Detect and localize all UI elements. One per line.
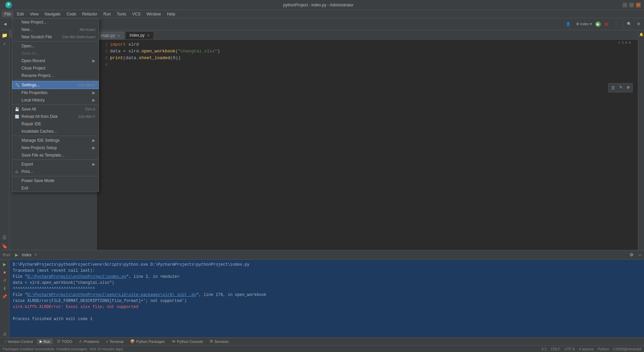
status-indent[interactable]: 4 spaces [579, 347, 594, 351]
submenu-arrow-icon: ▶ [92, 162, 95, 167]
menu-item-new-scratch[interactable]: New Scratch FileCtrl+Alt+Shift+Insert [12, 33, 99, 41]
window-controls[interactable]: ─ □ ✕ [623, 3, 641, 7]
run-pin-btn[interactable]: 📌 [1, 293, 8, 300]
bottom-tab-todo[interactable]: ☑TODO [54, 339, 75, 344]
menu-item-file[interactable]: File [2, 11, 13, 17]
menu-item-run[interactable]: Run [101, 11, 113, 17]
toolbar-index-run-btn[interactable]: ⚙ index ▾ [574, 21, 594, 27]
status-encoding[interactable]: UTF-8 [565, 347, 575, 351]
toolbar-search-btn[interactable]: 🔍 [625, 21, 634, 27]
notifications-icon[interactable]: 🔔 [639, 32, 644, 37]
run-file2-suffix: ", line 170, in open_workbook [196, 293, 266, 297]
menu-item-refactor[interactable]: Refactor [79, 11, 100, 17]
menu-item-open[interactable]: Open... [12, 42, 99, 50]
menu-item-help[interactable]: Help [164, 11, 178, 17]
run-minimize-icon[interactable]: ─ [638, 253, 641, 257]
menu-item-reload-disk[interactable]: 🔄Reload All from DiskCtrl+Alt+Y [12, 113, 99, 120]
sidebar-commit-icon[interactable]: ✓ [1, 40, 8, 48]
maximize-button[interactable]: □ [629, 3, 634, 7]
run-play-btn[interactable]: ▶ [1, 261, 8, 268]
minimize-button[interactable]: ─ [623, 3, 627, 7]
print-icon: 🖨 [15, 170, 18, 174]
menu-item-local-history[interactable]: Local History▶ [12, 96, 99, 104]
sidebar-structure-icon[interactable]: ☰ [1, 234, 8, 241]
run-rerun-btn[interactable]: ↺ [1, 277, 8, 284]
menu-item-settings[interactable]: 🔧Settings...Ctrl+Alt+S [12, 81, 99, 89]
toolbar-debug-btn[interactable]: 🐞 [602, 21, 611, 27]
float-btn-3[interactable]: ⊕ [625, 84, 632, 91]
code-line-2: 2 data = xlrd.open_workbook("changtai.xl… [97, 48, 638, 54]
menu-item-new-projects-setup[interactable]: New Projects Setup▶ [12, 144, 99, 151]
menu-item-new-project[interactable]: New Project... [12, 18, 99, 26]
menu-item-label: Print... [21, 169, 33, 174]
run-content: D:\PycharmProjects\pythonProject\venv\Sc… [9, 260, 644, 337]
tab-main-py-close[interactable]: ✕ [117, 34, 120, 38]
run-settings-icon[interactable]: ⚙ [630, 252, 634, 257]
menu-item-rename-project[interactable]: Rename Project... [12, 72, 99, 79]
menu-item-edit[interactable]: Edit [14, 11, 26, 17]
run-file1-prefix: File " [13, 274, 27, 279]
run-print-btn[interactable]: 🖨 [1, 331, 8, 337]
menu-item-exit[interactable]: Exit [12, 184, 99, 192]
status-line-sep[interactable]: CRLF [551, 347, 560, 351]
editor-tabs: main.py ✕ index.py ✕ [97, 30, 638, 40]
menu-item-vcs[interactable]: VCS [129, 11, 143, 17]
menu-item-file-properties[interactable]: File Properties▶ [12, 89, 99, 96]
menu-item-window[interactable]: Window [144, 11, 164, 17]
sidebar-bookmarks-icon[interactable]: 🔖 [1, 243, 8, 250]
menu-item-code[interactable]: Code [64, 11, 79, 17]
menu-item-repair-ide[interactable]: Repair IDE [12, 120, 99, 128]
bottom-tab-services[interactable]: ⚙Services [207, 339, 231, 344]
menu-item-close-project[interactable]: Close Project [12, 64, 99, 72]
toolbar-settings-btn[interactable]: ⚙ [635, 21, 642, 27]
bottom-tab-run[interactable]: ▶Run [37, 339, 53, 344]
bottom-tab-python-console[interactable]: ≫Python Console [169, 339, 206, 344]
run-error-line: xlrd.biffh.XLRDError: Excel xlsx file; n… [13, 304, 641, 310]
editor-content[interactable]: 1 import xlrd 2 data = xlrd.open_workboo… [97, 40, 638, 250]
menu-shortcut: Ctrl+Alt+S [78, 83, 95, 87]
sidebar-project-icon[interactable]: 📁 [1, 32, 8, 39]
menu-item-label: Exit [21, 186, 28, 190]
menu-item-save-all[interactable]: 💾Save AllCtrl+S [12, 105, 99, 113]
editor-line-status: ✓ 1 ∧ ∨ [618, 40, 631, 45]
bottom-tab-python-packages[interactable]: 📦Python Packages [127, 339, 168, 344]
float-btn-2[interactable]: ✎ [618, 84, 624, 91]
menu-item-new[interactable]: New...Alt+Insert [12, 26, 99, 33]
status-position[interactable]: 4:1 [542, 347, 547, 351]
menu-item-power-save[interactable]: Power Save Mode [12, 177, 99, 184]
run-tab-close[interactable]: ✕ [34, 253, 37, 257]
menu-item-manage-ide[interactable]: Manage IDE Settings▶ [12, 137, 99, 144]
version-control-icon: ↑ [4, 340, 6, 344]
tab-main-py[interactable]: main.py ✕ [97, 32, 124, 39]
run-stop-btn[interactable]: ■ [1, 269, 8, 276]
menu-item-tools[interactable]: Tools [114, 11, 129, 17]
save-icon: 💾 [15, 107, 19, 112]
menu-item-navigate[interactable]: Navigate [42, 11, 63, 17]
status-language[interactable]: Python [598, 347, 609, 351]
run-file2-link[interactable]: D:\PycharmProjects\pythonProject\venv\Li… [27, 293, 196, 297]
run-file1-link[interactable]: D:\PycharmProjects\pythonProject\index.p… [27, 274, 126, 279]
bottom-tab-terminal[interactable]: >Terminal [103, 339, 126, 344]
menu-item-open-recent[interactable]: Open Recent▶ [12, 57, 99, 64]
menu-item-print[interactable]: 🖨Print... [12, 168, 99, 175]
toolbar-navigate-back[interactable]: ◀ [2, 21, 8, 27]
menu-item-view[interactable]: View [27, 11, 41, 17]
tab-index-py-close[interactable]: ✕ [147, 34, 150, 37]
bottom-tab-version-control[interactable]: ↑Version Control [2, 339, 36, 344]
tab-index-py[interactable]: index.py ✕ [125, 31, 154, 39]
toolbar-more-btn[interactable]: ⋮ [612, 21, 620, 27]
toolbar-run-button[interactable]: ▶ [595, 21, 601, 27]
menu-separator [12, 176, 99, 176]
menu-item-invalidate-caches[interactable]: Invalidate Caches... [12, 128, 99, 135]
bottom-tab-problems[interactable]: ⚠Problems [76, 339, 102, 344]
toolbar-profile-btn[interactable]: 👤 [564, 21, 573, 27]
menu-item-export[interactable]: Export▶ [12, 161, 99, 168]
float-btn-1[interactable]: 文 [609, 84, 617, 91]
run-scroll-btn[interactable]: ⬇ [1, 285, 8, 292]
close-button[interactable]: ✕ [636, 3, 641, 7]
bottom-tab-label: Run [44, 340, 50, 344]
menu-item-save-file-template[interactable]: Save File as Template... [12, 151, 99, 159]
run-tab-label[interactable]: index [22, 253, 32, 257]
todo-icon: ☑ [57, 339, 60, 344]
status-right: 4:1 CRLF UTF-8 4 spaces Python CSDN@seve… [542, 347, 641, 351]
